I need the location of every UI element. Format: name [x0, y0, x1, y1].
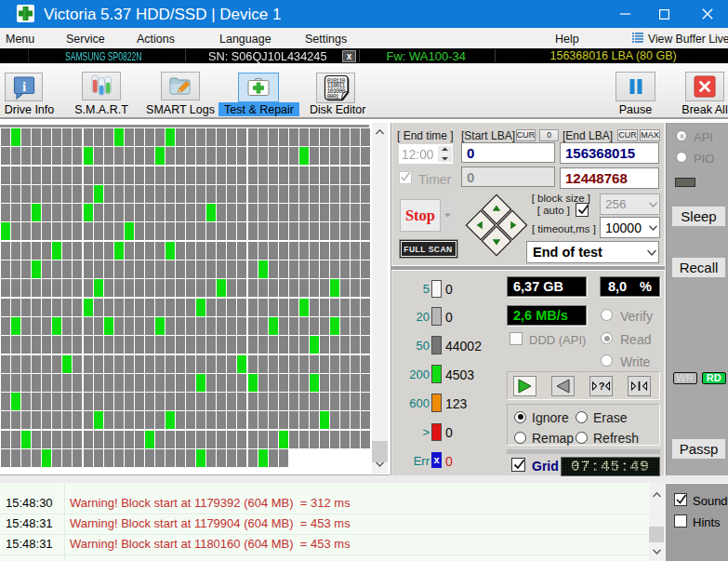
svg-text:0001: 0001 [326, 93, 338, 100]
svg-text:i: i [21, 78, 25, 93]
svg-text:?: ? [599, 381, 605, 392]
